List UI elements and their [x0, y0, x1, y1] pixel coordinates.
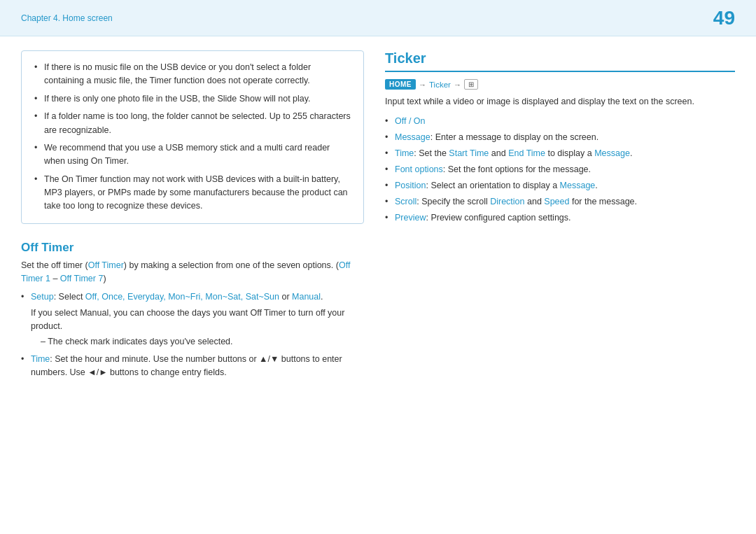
list-item-setup: Setup: Select Off, Once, Everyday, Mon~F… — [21, 290, 364, 304]
time-label: Time — [31, 354, 50, 364]
ticker-item-message: Message: Enter a message to display on t… — [385, 130, 735, 144]
manual-link: Manual — [292, 292, 321, 302]
list-item: If there is no music file on the USB dev… — [34, 61, 351, 88]
right-column: Ticker HOME → Ticker → ⊞ Input text whil… — [385, 50, 735, 520]
ticker-description: Input text while a video or image is dis… — [385, 95, 735, 108]
check-mark-text: The check mark indicates days you've sel… — [21, 335, 364, 349]
left-column: If there is no music file on the USB dev… — [21, 50, 364, 520]
slide-show-link[interactable]: Slide Show — [217, 94, 261, 104]
ticker-divider — [385, 71, 735, 72]
on-timer-link[interactable]: On Timer — [91, 156, 127, 166]
ticker-heading: Ticker — [385, 50, 735, 66]
off-timer-intro: Set the off timer (Off Timer) by making … — [21, 259, 364, 286]
ticker-item-font: Font options: Set the font options for t… — [385, 162, 735, 176]
on-timer-link2[interactable]: On Timer — [62, 174, 97, 184]
start-time-link[interactable]: Start Time — [449, 148, 489, 158]
breadcrumb: HOME → Ticker → ⊞ — [385, 79, 735, 90]
list-item: If a folder name is too long, the folder… — [34, 110, 351, 137]
list-item: The On Timer function may not work with … — [34, 173, 351, 213]
ticker-item-position: Position: Select an orientation to displ… — [385, 178, 735, 192]
ticker-section: Ticker HOME → Ticker → ⊞ Input text whil… — [385, 50, 735, 227]
setup-label: Setup — [31, 292, 54, 302]
info-list: If there is no music file on the USB dev… — [34, 61, 351, 213]
ticker-list: Off / On Message: Enter a message to dis… — [385, 114, 735, 227]
manual-link2[interactable]: Manual — [80, 308, 108, 318]
end-time-link[interactable]: End Time — [508, 148, 545, 158]
setup-options: Off, Once, Everyday, Mon~Fri, Mon~Sat, S… — [85, 292, 279, 302]
off-timer-list2: Time: Set the hour and minute. Use the n… — [21, 353, 364, 380]
font-options-label: Font options — [395, 164, 443, 174]
list-item: We recommend that you use a USB memory s… — [34, 141, 351, 169]
off-timer-section: Off Timer Set the off timer (Off Timer) … — [21, 238, 364, 383]
list-item-time: Time: Set the hour and minute. Use the n… — [21, 353, 364, 380]
ticker-item-time: Time: Set the Start Time and End Time to… — [385, 146, 735, 160]
time-label2: Time — [395, 148, 414, 158]
setup-sub-text: If you select Manual, you can choose the… — [21, 307, 364, 334]
preview-label: Preview — [395, 213, 426, 223]
breadcrumb-home: HOME — [385, 79, 416, 90]
list-item: If there is only one photo file in the U… — [34, 92, 351, 106]
breadcrumb-arrow2: → — [454, 80, 461, 89]
speed-link[interactable]: Speed — [544, 197, 569, 206]
scroll-label: Scroll — [395, 197, 416, 206]
header-bar: Chapter 4. Home screen 49 — [0, 0, 756, 36]
off-timer-link4[interactable]: Off Timer — [250, 308, 286, 318]
direction-link[interactable]: Direction — [490, 197, 524, 206]
chapter-label: Chapter 4. Home screen — [21, 13, 113, 23]
off-timer-link3[interactable]: Off Timer 7 — [60, 274, 104, 283]
breadcrumb-icon: ⊞ — [464, 79, 478, 90]
off-on-label: Off / On — [395, 116, 426, 126]
ticker-item-scroll: Scroll: Specify the scroll Direction and… — [385, 195, 735, 209]
breadcrumb-ticker[interactable]: Ticker — [429, 80, 451, 89]
off-timer-heading: Off Timer — [21, 241, 364, 255]
breadcrumb-arrow1: → — [419, 80, 426, 89]
off-timer-list: Setup: Select Off, Once, Everyday, Mon~F… — [21, 290, 364, 304]
info-box: If there is no music file on the USB dev… — [21, 50, 364, 224]
position-label: Position — [395, 181, 426, 190]
page-container: Chapter 4. Home screen 49 If there is no… — [0, 0, 756, 534]
message-link2[interactable]: Message — [560, 181, 596, 190]
main-content: If there is no music file on the USB dev… — [0, 36, 756, 534]
message-label: Message — [395, 132, 430, 142]
ticker-item-off-on: Off / On — [385, 114, 735, 128]
ticker-item-preview: Preview: Preview configured caption sett… — [385, 211, 735, 225]
off-timer-link1[interactable]: Off Timer — [88, 260, 124, 270]
page-number: 49 — [713, 7, 735, 29]
message-link[interactable]: Message — [594, 148, 630, 158]
